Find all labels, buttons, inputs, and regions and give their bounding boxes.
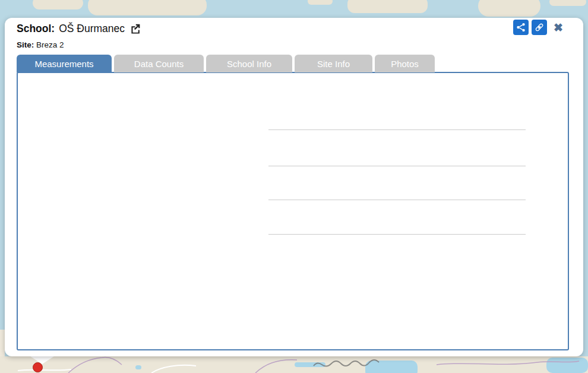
school-popup: School: OŠ Đurmanec Site: Breza 2 xyxy=(5,18,583,356)
external-link-icon[interactable] xyxy=(129,23,141,35)
close-icon: ✖ xyxy=(554,21,563,34)
school-header: School: OŠ Đurmanec xyxy=(17,23,141,35)
map-land-patch xyxy=(33,0,83,10)
site-name: Breza 2 xyxy=(36,40,64,49)
close-button[interactable]: ✖ xyxy=(551,20,565,35)
map-land-patch xyxy=(347,0,428,13)
school-name: OŠ Đurmanec xyxy=(59,23,125,35)
map-land-patch xyxy=(549,0,586,6)
share-icon xyxy=(516,22,526,33)
map-land-patch xyxy=(88,0,207,15)
map-land-patch xyxy=(308,0,333,5)
map-land-patch xyxy=(0,330,5,356)
site-header: Site: Breza 2 xyxy=(17,40,64,49)
map-bottom-strip xyxy=(0,356,588,373)
link-icon xyxy=(534,22,545,33)
tab-measurements[interactable]: Measurements xyxy=(17,55,112,72)
measurements-content xyxy=(17,72,569,350)
link-button[interactable] xyxy=(532,20,547,35)
tab-bar: MeasurementsData CountsSchool InfoSite I… xyxy=(17,55,435,72)
school-label: School: xyxy=(17,23,55,35)
map-land-patch xyxy=(478,0,540,17)
tab-site-info[interactable]: Site Info xyxy=(295,55,372,72)
share-button[interactable] xyxy=(513,20,529,35)
site-label: Site: xyxy=(17,40,34,49)
popup-tail xyxy=(29,355,56,364)
tab-photos[interactable]: Photos xyxy=(375,55,435,72)
tab-data-counts[interactable]: Data Counts xyxy=(114,55,204,72)
tab-school-info[interactable]: School Info xyxy=(206,55,292,72)
